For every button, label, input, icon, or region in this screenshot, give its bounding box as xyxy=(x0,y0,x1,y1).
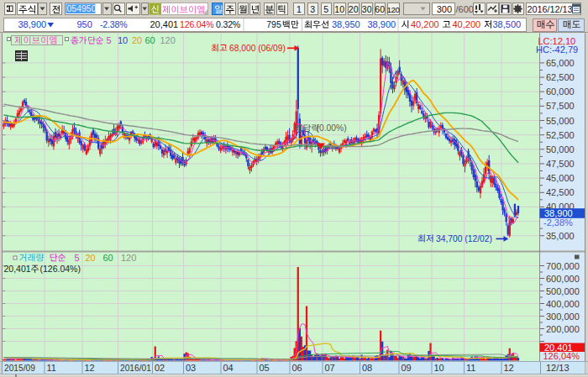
svg-text:(126.04%): (126.04%) xyxy=(40,264,81,274)
svg-text:09: 09 xyxy=(402,363,412,373)
svg-text:06: 06 xyxy=(292,363,302,373)
svg-text:55,000: 55,000 xyxy=(546,116,575,126)
svg-text:62,500: 62,500 xyxy=(546,72,575,82)
svg-text:20,401: 20,401 xyxy=(4,264,31,274)
svg-text:-2.38%: -2.38% xyxy=(100,19,128,29)
svg-text:50,000: 50,000 xyxy=(546,144,575,154)
svg-text:/600: /600 xyxy=(456,4,474,14)
svg-text:950: 950 xyxy=(77,19,92,29)
svg-text:40,200: 40,200 xyxy=(453,19,481,29)
svg-text:20: 20 xyxy=(86,253,96,263)
svg-text:300,000: 300,000 xyxy=(546,312,580,322)
svg-text:10: 10 xyxy=(118,35,128,45)
svg-text:52,500: 52,500 xyxy=(546,130,575,140)
svg-text:60: 60 xyxy=(103,253,113,263)
svg-text:11: 11 xyxy=(466,363,475,373)
svg-text:2016/12/13: 2016/12/13 xyxy=(528,4,573,14)
svg-text:03: 03 xyxy=(186,363,196,373)
svg-text:5: 5 xyxy=(75,253,80,263)
svg-text:126.04%: 126.04% xyxy=(180,19,214,29)
svg-text:120: 120 xyxy=(121,253,136,263)
svg-text:60,000: 60,000 xyxy=(546,86,575,97)
svg-text:34,700 (12/02): 34,700 (12/02) xyxy=(436,234,492,243)
svg-text:10: 10 xyxy=(434,363,444,373)
svg-text:200,000: 200,000 xyxy=(546,324,580,334)
svg-text:38,950: 38,950 xyxy=(332,19,360,29)
svg-text:054950: 054950 xyxy=(67,3,97,13)
svg-text:40,200: 40,200 xyxy=(411,19,439,29)
svg-text:42,500: 42,500 xyxy=(546,187,575,197)
svg-text:47,500: 47,500 xyxy=(546,159,575,169)
svg-text:68,000 (06/09): 68,000 (06/09) xyxy=(229,44,286,53)
svg-text:10: 10 xyxy=(334,4,344,14)
svg-text:60: 60 xyxy=(145,35,155,45)
svg-text:20: 20 xyxy=(349,4,359,14)
svg-text:38,900: 38,900 xyxy=(368,19,396,29)
svg-text:120: 120 xyxy=(160,35,176,45)
svg-text:HC:-42,79: HC:-42,79 xyxy=(536,45,578,55)
svg-text:600,000: 600,000 xyxy=(546,274,580,284)
svg-text:12/13: 12/13 xyxy=(546,363,570,373)
svg-text:-2,38%: -2,38% xyxy=(543,217,573,228)
svg-text:20: 20 xyxy=(132,35,142,45)
svg-text:400,000: 400,000 xyxy=(546,299,580,309)
svg-text:5: 5 xyxy=(323,4,328,14)
svg-text:57,500: 57,500 xyxy=(546,101,575,111)
svg-text:795: 795 xyxy=(266,19,281,29)
svg-text:3: 3 xyxy=(310,4,315,14)
svg-text:1: 1 xyxy=(297,4,302,14)
svg-text:300: 300 xyxy=(437,4,452,14)
svg-text:(0.00%): (0.00%) xyxy=(317,123,347,133)
svg-text:0.32%: 0.32% xyxy=(216,19,241,29)
svg-text:30: 30 xyxy=(362,4,372,14)
svg-text:700,000: 700,000 xyxy=(546,261,580,271)
svg-text:500,000: 500,000 xyxy=(546,286,580,296)
svg-text:45,000: 45,000 xyxy=(546,173,575,183)
svg-text:2015/09: 2015/09 xyxy=(4,364,35,373)
svg-text:08: 08 xyxy=(362,363,372,373)
svg-text:60: 60 xyxy=(375,4,385,14)
svg-text:04: 04 xyxy=(223,363,234,373)
svg-text:11: 11 xyxy=(47,363,56,373)
svg-text:38,500: 38,500 xyxy=(493,19,522,29)
svg-text:07: 07 xyxy=(325,363,335,373)
svg-text:2016/01: 2016/01 xyxy=(120,364,151,373)
svg-text:35,000: 35,000 xyxy=(546,231,575,241)
svg-text:38,900: 38,900 xyxy=(18,19,47,29)
svg-text:126,04%: 126,04% xyxy=(543,351,580,361)
svg-text:65,000: 65,000 xyxy=(546,58,575,68)
svg-text:5: 5 xyxy=(107,35,112,45)
svg-text:20,401: 20,401 xyxy=(150,19,179,29)
svg-text:02: 02 xyxy=(155,363,165,373)
svg-text:12: 12 xyxy=(85,363,95,373)
svg-text:120: 120 xyxy=(386,5,400,14)
svg-text:12: 12 xyxy=(504,363,514,373)
svg-text:05: 05 xyxy=(260,363,270,373)
